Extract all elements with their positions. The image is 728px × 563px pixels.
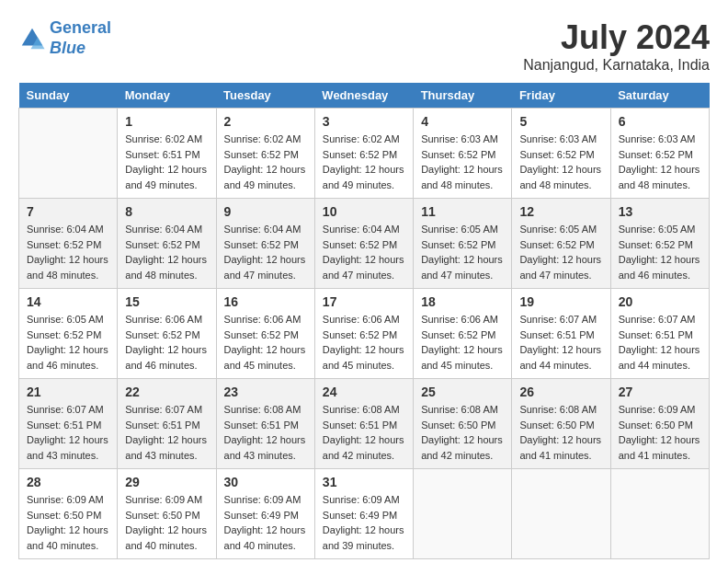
day-cell: 23Sunrise: 6:08 AMSunset: 6:51 PMDayligh…	[216, 379, 314, 469]
day-cell: 13Sunrise: 6:05 AMSunset: 6:52 PMDayligh…	[610, 199, 709, 289]
day-cell: 10Sunrise: 6:04 AMSunset: 6:52 PMDayligh…	[314, 199, 413, 289]
day-info: Sunrise: 6:02 AMSunset: 6:51 PMDaylight:…	[125, 132, 208, 192]
day-info: Sunrise: 6:08 AMSunset: 6:51 PMDaylight:…	[224, 402, 307, 463]
day-cell: 7Sunrise: 6:04 AMSunset: 6:52 PMDaylight…	[19, 199, 118, 289]
col-header-sunday: Sunday	[19, 83, 118, 109]
page-header: General Blue July 2024 Nanjangud, Karnat…	[18, 18, 710, 74]
day-info: Sunrise: 6:08 AMSunset: 6:51 PMDaylight:…	[323, 402, 405, 463]
day-info: Sunrise: 6:07 AMSunset: 6:51 PMDaylight:…	[619, 312, 701, 373]
day-number: 18	[421, 294, 504, 309]
day-cell	[610, 469, 709, 559]
day-info: Sunrise: 6:06 AMSunset: 6:52 PMDaylight:…	[224, 312, 307, 373]
day-number: 12	[519, 204, 602, 219]
calendar-table: SundayMondayTuesdayWednesdayThursdayFrid…	[18, 83, 710, 559]
day-cell	[19, 109, 118, 199]
day-number: 3	[323, 114, 405, 129]
day-cell: 20Sunrise: 6:07 AMSunset: 6:51 PMDayligh…	[610, 289, 709, 379]
day-number: 24	[323, 385, 405, 399]
day-info: Sunrise: 6:02 AMSunset: 6:52 PMDaylight:…	[323, 132, 405, 192]
day-info: Sunrise: 6:02 AMSunset: 6:52 PMDaylight:…	[224, 132, 307, 192]
week-row-4: 21Sunrise: 6:07 AMSunset: 6:51 PMDayligh…	[19, 379, 710, 469]
day-cell: 22Sunrise: 6:07 AMSunset: 6:51 PMDayligh…	[118, 379, 216, 469]
col-header-saturday: Saturday	[610, 83, 709, 109]
day-cell	[512, 469, 610, 559]
day-number: 6	[619, 114, 701, 129]
day-cell: 26Sunrise: 6:08 AMSunset: 6:50 PMDayligh…	[512, 379, 610, 469]
logo: General Blue	[18, 18, 111, 58]
day-number: 29	[125, 475, 208, 489]
week-row-3: 14Sunrise: 6:05 AMSunset: 6:52 PMDayligh…	[19, 289, 710, 379]
day-cell: 15Sunrise: 6:06 AMSunset: 6:52 PMDayligh…	[118, 289, 216, 379]
logo-text: General Blue	[50, 18, 111, 58]
day-cell: 16Sunrise: 6:06 AMSunset: 6:52 PMDayligh…	[216, 289, 314, 379]
day-cell: 14Sunrise: 6:05 AMSunset: 6:52 PMDayligh…	[19, 289, 118, 379]
day-cell: 1Sunrise: 6:02 AMSunset: 6:51 PMDaylight…	[118, 109, 216, 199]
day-cell	[414, 469, 512, 559]
day-number: 7	[27, 204, 109, 219]
col-header-monday: Monday	[118, 83, 216, 109]
day-cell: 24Sunrise: 6:08 AMSunset: 6:51 PMDayligh…	[314, 379, 413, 469]
day-number: 30	[224, 475, 307, 489]
day-cell: 3Sunrise: 6:02 AMSunset: 6:52 PMDaylight…	[314, 109, 413, 199]
day-number: 26	[519, 385, 602, 399]
day-number: 22	[125, 385, 208, 399]
day-info: Sunrise: 6:09 AMSunset: 6:50 PMDaylight:…	[27, 492, 109, 553]
day-number: 25	[421, 385, 504, 399]
location: Nanjangud, Karnataka, India	[523, 57, 710, 74]
day-cell: 11Sunrise: 6:05 AMSunset: 6:52 PMDayligh…	[414, 199, 512, 289]
col-header-wednesday: Wednesday	[314, 83, 413, 109]
day-info: Sunrise: 6:04 AMSunset: 6:52 PMDaylight:…	[224, 222, 307, 282]
day-number: 10	[323, 204, 405, 219]
logo-icon	[18, 25, 46, 52]
day-info: Sunrise: 6:06 AMSunset: 6:52 PMDaylight:…	[125, 312, 208, 373]
day-info: Sunrise: 6:05 AMSunset: 6:52 PMDaylight:…	[421, 222, 504, 282]
day-info: Sunrise: 6:04 AMSunset: 6:52 PMDaylight:…	[27, 222, 109, 282]
day-number: 2	[224, 114, 307, 129]
day-number: 27	[619, 385, 701, 399]
day-info: Sunrise: 6:07 AMSunset: 6:51 PMDaylight:…	[27, 402, 109, 463]
day-number: 31	[323, 475, 405, 489]
day-cell: 8Sunrise: 6:04 AMSunset: 6:52 PMDaylight…	[118, 199, 216, 289]
day-number: 20	[619, 294, 701, 309]
day-info: Sunrise: 6:07 AMSunset: 6:51 PMDaylight:…	[519, 312, 602, 373]
week-row-2: 7Sunrise: 6:04 AMSunset: 6:52 PMDaylight…	[19, 199, 710, 289]
day-info: Sunrise: 6:05 AMSunset: 6:52 PMDaylight:…	[27, 312, 109, 373]
logo-line1: General	[50, 18, 111, 37]
day-number: 28	[27, 475, 109, 489]
day-number: 16	[224, 294, 307, 309]
day-cell: 9Sunrise: 6:04 AMSunset: 6:52 PMDaylight…	[216, 199, 314, 289]
day-number: 21	[27, 385, 109, 399]
day-cell: 6Sunrise: 6:03 AMSunset: 6:52 PMDaylight…	[610, 109, 709, 199]
day-cell: 25Sunrise: 6:08 AMSunset: 6:50 PMDayligh…	[414, 379, 512, 469]
day-cell: 19Sunrise: 6:07 AMSunset: 6:51 PMDayligh…	[512, 289, 610, 379]
day-info: Sunrise: 6:06 AMSunset: 6:52 PMDaylight:…	[323, 312, 405, 373]
title-block: July 2024 Nanjangud, Karnataka, India	[523, 18, 710, 74]
day-cell: 28Sunrise: 6:09 AMSunset: 6:50 PMDayligh…	[19, 469, 118, 559]
day-number: 19	[519, 294, 602, 309]
day-info: Sunrise: 6:09 AMSunset: 6:49 PMDaylight:…	[323, 492, 405, 553]
day-cell: 27Sunrise: 6:09 AMSunset: 6:50 PMDayligh…	[610, 379, 709, 469]
header-row: SundayMondayTuesdayWednesdayThursdayFrid…	[19, 83, 710, 109]
day-cell: 5Sunrise: 6:03 AMSunset: 6:52 PMDaylight…	[512, 109, 610, 199]
day-info: Sunrise: 6:06 AMSunset: 6:52 PMDaylight:…	[421, 312, 504, 373]
day-info: Sunrise: 6:08 AMSunset: 6:50 PMDaylight:…	[519, 402, 602, 463]
day-cell: 18Sunrise: 6:06 AMSunset: 6:52 PMDayligh…	[414, 289, 512, 379]
col-header-thursday: Thursday	[414, 83, 512, 109]
day-number: 5	[519, 114, 602, 129]
week-row-1: 1Sunrise: 6:02 AMSunset: 6:51 PMDaylight…	[19, 109, 710, 199]
day-number: 8	[125, 204, 208, 219]
day-info: Sunrise: 6:09 AMSunset: 6:50 PMDaylight:…	[125, 492, 208, 553]
day-number: 23	[224, 385, 307, 399]
day-number: 13	[619, 204, 701, 219]
day-info: Sunrise: 6:07 AMSunset: 6:51 PMDaylight:…	[125, 402, 208, 463]
day-number: 15	[125, 294, 208, 309]
day-info: Sunrise: 6:04 AMSunset: 6:52 PMDaylight:…	[125, 222, 208, 282]
day-info: Sunrise: 6:04 AMSunset: 6:52 PMDaylight:…	[323, 222, 405, 282]
day-cell: 30Sunrise: 6:09 AMSunset: 6:49 PMDayligh…	[216, 469, 314, 559]
day-info: Sunrise: 6:09 AMSunset: 6:50 PMDaylight:…	[619, 402, 701, 463]
day-cell: 4Sunrise: 6:03 AMSunset: 6:52 PMDaylight…	[414, 109, 512, 199]
day-cell: 29Sunrise: 6:09 AMSunset: 6:50 PMDayligh…	[118, 469, 216, 559]
day-number: 9	[224, 204, 307, 219]
day-info: Sunrise: 6:05 AMSunset: 6:52 PMDaylight:…	[519, 222, 602, 282]
day-number: 17	[323, 294, 405, 309]
